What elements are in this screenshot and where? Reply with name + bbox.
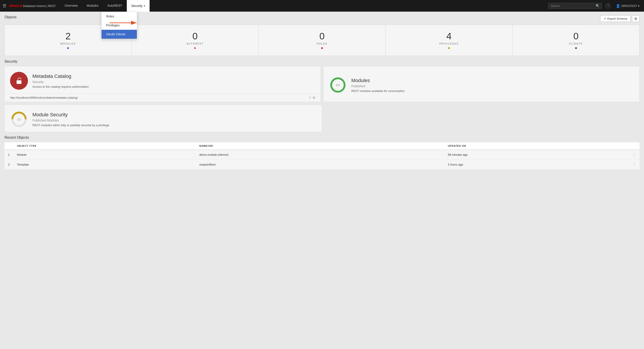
stat-autorest[interactable]: 0 AUTOREST bbox=[132, 25, 258, 56]
modules-card-title: Modules bbox=[351, 78, 634, 84]
search-icon: 🔍 bbox=[596, 4, 600, 8]
module-security-donut-label: 1/2 bbox=[17, 118, 21, 121]
module-security-main: 1/2 Module Security Published Modules RE… bbox=[5, 105, 320, 132]
row1-updated: 58 minutes ago bbox=[444, 150, 629, 160]
search-input[interactable] bbox=[551, 4, 596, 8]
lock-open-icon bbox=[15, 77, 23, 85]
roles-count: 0 bbox=[319, 32, 324, 41]
copy-icon[interactable]: ⧉ bbox=[313, 96, 315, 100]
metadata-catalog-icon-circle bbox=[10, 72, 28, 90]
header-logo: ORACLE Database Actions | REST bbox=[9, 4, 56, 8]
security-section: Security Metadata Catalog bbox=[4, 60, 640, 132]
recent-objects-title: Recent Objects bbox=[4, 136, 640, 140]
metadata-catalog-main: Metadata Catalog Security Access to the … bbox=[5, 67, 320, 93]
rest-logo: Database Actions | REST bbox=[23, 4, 56, 8]
modules-card: 2/2 Modules Published REST modules avail… bbox=[323, 66, 640, 102]
metadata-catalog-url-bar: http://localhost:8080/ords/ordstest/meta… bbox=[5, 93, 320, 102]
metadata-catalog-card: Metadata Catalog Security Access to the … bbox=[4, 66, 321, 102]
row1-action-menu[interactable]: ⋮ bbox=[632, 153, 636, 157]
dropdown-item-oauth-clients[interactable]: OAuth Clients bbox=[102, 30, 137, 39]
user-menu[interactable]: 👤 ORDSTEST ▾ bbox=[614, 3, 641, 9]
table-header: OBJECT TYPE NAME/URI UPDATED ON bbox=[4, 142, 640, 150]
open-link-icon[interactable]: ↗ bbox=[308, 96, 311, 100]
modules-card-subtitle: Published bbox=[351, 84, 634, 88]
module-security-desc: REST modules either fully or partially s… bbox=[32, 124, 315, 127]
security-title: Security bbox=[4, 60, 640, 64]
table-row: 1 Module demo.module (/demo/) 58 minutes… bbox=[4, 150, 640, 160]
objects-header: Objects ↗ Export Schema ⊞ bbox=[4, 15, 640, 22]
search-box: 🔍 bbox=[548, 3, 602, 9]
row1-num: 1 bbox=[4, 150, 14, 160]
module-security-info: Module Security Published Modules REST m… bbox=[32, 112, 315, 127]
objects-title: Objects bbox=[4, 15, 16, 19]
modules-card-info: Modules Published REST modules available… bbox=[351, 78, 634, 93]
roles-label: ROLES bbox=[317, 42, 327, 45]
header: ☰ ORACLE Database Actions | REST Overvie… bbox=[0, 0, 644, 12]
metadata-catalog-info: Metadata Catalog Security Access to the … bbox=[32, 73, 315, 88]
clients-dot bbox=[575, 47, 577, 49]
modules-card-main: 2/2 Modules Published REST modules avail… bbox=[324, 67, 639, 102]
tab-security[interactable]: Security ▾ bbox=[127, 0, 150, 12]
user-label: ORDSTEST bbox=[621, 4, 637, 8]
col-updated-on: UPDATED ON bbox=[444, 142, 629, 150]
col-actions bbox=[629, 142, 640, 150]
metadata-catalog-url: http://localhost:8080/ords/ordstest/meta… bbox=[10, 96, 78, 99]
url-icons: ↗ ⧉ bbox=[308, 96, 315, 100]
main-content: Objects ↗ Export Schema ⊞ 2 MODULES 0 AU… bbox=[0, 12, 644, 173]
metadata-catalog-title: Metadata Catalog bbox=[32, 73, 315, 79]
tab-overview[interactable]: Overview bbox=[60, 0, 82, 12]
recent-section: Recent Objects OBJECT TYPE NAME/URI UPDA… bbox=[4, 136, 640, 170]
privileges-count: 4 bbox=[446, 32, 452, 41]
row1-name: demo.module (/demo/) bbox=[196, 150, 444, 160]
chevron-down-icon: ▾ bbox=[144, 5, 145, 8]
row2-updated: 2 hours ago bbox=[444, 160, 629, 170]
stat-privileges[interactable]: 4 PRIVILEGES bbox=[386, 25, 512, 56]
col-num bbox=[4, 142, 14, 150]
tab-autorest[interactable]: AutoREST bbox=[103, 0, 126, 12]
col-object-type: OBJECT TYPE bbox=[14, 142, 196, 150]
security-cards-row2: 1/2 Module Security Published Modules RE… bbox=[4, 105, 640, 132]
table-body: 1 Module demo.module (/demo/) 58 minutes… bbox=[4, 150, 640, 170]
table-row: 2 Template onepointfive/ 2 hours ago ⋮ bbox=[4, 160, 640, 170]
module-security-subtitle: Published Modules bbox=[32, 119, 315, 122]
help-icon: ? bbox=[606, 3, 610, 8]
roles-dot bbox=[321, 47, 323, 49]
table-header-row: OBJECT TYPE NAME/URI UPDATED ON bbox=[4, 142, 640, 150]
row1-actions: ⋮ bbox=[629, 150, 640, 160]
module-security-title: Module Security bbox=[32, 112, 315, 118]
clients-count: 0 bbox=[573, 32, 578, 41]
modules-dot bbox=[67, 47, 69, 49]
row2-actions: ⋮ bbox=[629, 160, 640, 170]
modules-donut: 2/2 bbox=[329, 76, 347, 94]
row2-name: onepointfive/ bbox=[196, 160, 444, 170]
oracle-logo: ORACLE bbox=[9, 4, 22, 8]
stat-roles[interactable]: 0 ROLES bbox=[259, 25, 386, 56]
grid-view-button[interactable]: ⊞ bbox=[632, 15, 640, 22]
row1-type: Module bbox=[14, 150, 196, 160]
modules-card-desc: REST modules available for consumption bbox=[351, 89, 634, 93]
help-button[interactable]: ? bbox=[604, 3, 612, 9]
tab-modules[interactable]: Modules bbox=[82, 0, 103, 12]
header-right: 🔍 ? 👤 ORDSTEST ▾ bbox=[548, 3, 641, 9]
stat-clients[interactable]: 0 CLIENTS bbox=[512, 25, 639, 56]
export-schema-button[interactable]: ↗ Export Schema bbox=[600, 15, 630, 22]
modules-label: MODULES bbox=[60, 42, 76, 45]
col-name-uri: NAME/URI bbox=[196, 142, 444, 150]
menu-icon[interactable]: ☰ bbox=[3, 3, 6, 8]
privileges-dot bbox=[448, 47, 450, 49]
arrow-svg bbox=[110, 18, 145, 27]
svg-point-4 bbox=[18, 82, 20, 83]
autorest-count: 0 bbox=[192, 32, 198, 41]
recent-objects-table: OBJECT TYPE NAME/URI UPDATED ON 1 Module… bbox=[4, 142, 640, 170]
row2-action-menu[interactable]: ⋮ bbox=[632, 163, 636, 166]
autorest-dot bbox=[194, 47, 196, 49]
user-chevron-icon: ▾ bbox=[638, 4, 640, 8]
privileges-label: PRIVILEGES bbox=[440, 42, 458, 45]
metadata-catalog-desc: Access to the catalog requires authoriza… bbox=[32, 85, 315, 88]
autorest-label: AUTOREST bbox=[186, 42, 204, 45]
row2-type: Template bbox=[14, 160, 196, 170]
modules-count: 2 bbox=[66, 32, 71, 41]
grid-icon: ⊞ bbox=[634, 17, 637, 20]
modules-donut-label: 2/2 bbox=[336, 84, 340, 87]
security-cards-row1: Metadata Catalog Security Access to the … bbox=[4, 66, 640, 102]
